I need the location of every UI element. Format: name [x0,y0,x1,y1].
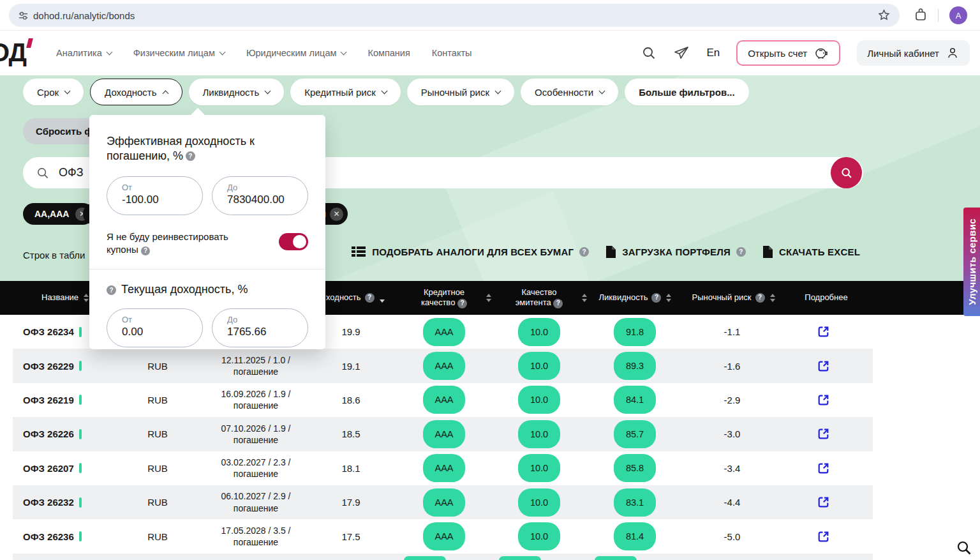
search-submit-button[interactable] [831,157,862,188]
reinvest-toggle[interactable] [279,233,308,250]
nav-analytics[interactable]: Аналитика [56,48,112,58]
help-icon[interactable]: ? [141,246,150,255]
external-link-icon[interactable] [816,324,831,339]
help-icon[interactable]: ? [736,247,746,257]
help-icon[interactable]: ? [755,293,765,303]
column-header-liquidity[interactable]: Ликвидность? [592,281,678,315]
open-account-button[interactable]: Открыть счет [736,40,840,66]
help-icon[interactable]: ? [579,247,589,257]
bond-yield: 17.9 [319,485,383,519]
credit-quality-cell: AAA [412,349,476,382]
current-yield-from-input[interactable] [122,326,195,338]
details-cell[interactable] [794,417,852,451]
filter-credit-risk[interactable]: Кредитный риск [290,79,401,105]
bond-name[interactable]: ОФЗ 26207 [23,451,131,485]
external-link-icon[interactable] [816,359,831,374]
bond-name[interactable]: ОФЗ 26232 [23,485,131,519]
details-cell[interactable] [794,349,852,382]
bond-currency: RUB [126,383,189,417]
address-bar[interactable]: dohod.ru/analytic/bonds [9,4,900,27]
upload-portfolio-button[interactable]: ЗАГРУЗКА ПОРТФЕЛЯ? [605,245,746,259]
list-icon [351,245,366,259]
help-icon[interactable]: ? [186,151,195,161]
current-yield-to-input[interactable] [227,326,301,338]
current-yield-from-field[interactable]: От [107,308,203,347]
credit-quality-badge: AAA [423,352,465,380]
more-filters-button[interactable]: Больше фильтров... [625,79,749,105]
nav-contacts[interactable]: Контакты [432,48,472,58]
download-excel-button[interactable]: СКАЧАТЬ EXCEL [762,245,860,259]
browser-window: dohod.ru/analytic/bonds A ОД Аналитика Ф… [0,0,980,560]
bond-maturity: 03.02.2027 / 2.3 /погашение [202,451,310,485]
external-link-icon[interactable] [816,427,831,441]
details-cell[interactable] [794,315,852,349]
nav-individuals[interactable]: Физическим лицам [133,48,225,58]
help-icon[interactable]: ? [365,293,375,303]
help-icon[interactable]: ? [553,299,563,308]
sort-icon-issuer[interactable] [577,281,590,315]
green-indicator-bar [79,429,82,439]
details-cell[interactable] [794,519,852,553]
liquidity-cell: 85.7 [603,417,667,451]
column-header-credit-quality[interactable]: Кредитноекачество ? [406,281,482,315]
telegram-icon[interactable] [673,45,690,61]
extensions-icon[interactable] [914,7,928,22]
details-cell[interactable] [794,383,852,417]
personal-cabinet-button[interactable]: Личный кабинет [857,40,970,66]
bookmark-star-icon[interactable] [877,8,891,22]
language-toggle[interactable]: En [706,47,720,59]
market-risk-value: -3.0 [695,417,769,451]
bond-name[interactable]: ОФЗ 26229 [23,349,131,382]
filter-term[interactable]: Срок [23,79,84,105]
filter-yield[interactable]: Доходность [90,79,182,105]
liquidity-badge: 91.8 [614,318,656,346]
sort-icon[interactable] [84,294,89,302]
external-link-icon[interactable] [816,393,831,407]
sort-desc-icon[interactable] [380,299,385,303]
ytm-from-field[interactable]: От [107,176,203,215]
column-header-market-risk[interactable]: Рыночный риск? [684,281,783,315]
table-actions: ПОДОБРАТЬ АНАЛОГИ ДЛЯ ВСЕХ БУМАГ? ЗАГРУЗ… [351,245,860,259]
external-link-icon[interactable] [816,461,831,476]
sort-icon[interactable] [666,294,671,302]
piggy-bank-icon [813,46,829,60]
column-header-issuer-quality[interactable]: Качествоэмитента ? [501,281,577,315]
ytm-to-field[interactable]: До [212,176,308,215]
filter-market-risk[interactable]: Рыночный риск [407,79,514,105]
help-icon[interactable]: ? [651,293,661,303]
bond-name[interactable]: ОФЗ 26226 [23,417,131,451]
page-search-icon[interactable] [956,540,972,556]
details-cell[interactable] [794,451,852,485]
ytm-from-input[interactable] [122,193,195,206]
chevron-down-icon [106,49,112,55]
sort-icon[interactable] [770,294,775,302]
search-icon[interactable] [641,45,657,61]
filter-liquidity[interactable]: Ликвидность [189,79,285,105]
bond-name[interactable]: ОФЗ 26236 [23,519,131,553]
bond-name[interactable]: ОФЗ 26219 [23,383,131,417]
improve-service-banner[interactable]: Улучшить сервис [963,208,980,316]
ytm-to-input[interactable] [227,193,301,206]
nav-legal-entities[interactable]: Юридическим лицам [246,48,346,58]
site-logo[interactable]: ОД [0,38,32,67]
site-info-icon[interactable] [17,10,29,22]
bond-maturity: 17.05.2028 / 3.5 /погашение [202,519,310,553]
current-yield-to-field[interactable]: До [212,308,308,347]
url-text[interactable]: dohod.ru/analytic/bonds [33,10,135,21]
browser-profile-avatar[interactable]: A [949,6,967,24]
details-cell[interactable] [794,485,852,519]
nav-company[interactable]: Компания [368,48,410,58]
external-link-icon[interactable] [816,529,831,544]
column-header-yield[interactable]: ходность? [326,281,403,315]
help-icon[interactable]: ? [107,285,116,295]
remove-tag-icon[interactable]: ✕ [330,208,343,221]
sort-icon-credit[interactable] [482,281,494,315]
help-icon[interactable]: ? [457,299,467,308]
external-link-icon[interactable] [816,495,831,510]
reset-filters-button[interactable]: Сбросить фи [23,118,98,144]
bond-maturity: 16.09.2026 / 1.9 /погашение [202,383,310,417]
credit-quality-badge: AAA [423,488,465,517]
filter-features[interactable]: Особенности [521,79,618,105]
issuer-quality-cell: 10.0 [507,349,571,382]
pick-analogs-button[interactable]: ПОДОБРАТЬ АНАЛОГИ ДЛЯ ВСЕХ БУМАГ? [351,245,589,259]
